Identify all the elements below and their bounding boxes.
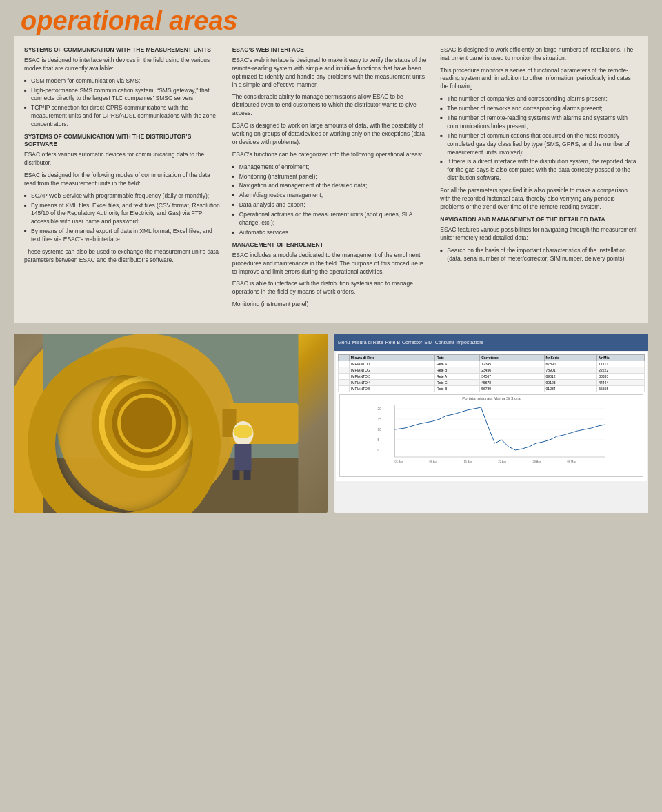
title-section: operational areas [0,0,662,36]
table-cell: 78901 [544,367,597,374]
table-cell: 89012 [544,374,597,380]
column-3: ESAC is designed to work efficiently on … [440,46,638,313]
table-cell: Rete A [435,361,480,367]
table-row: IMPIANTO 3 Rete A 34567 89012 33333 [339,374,645,380]
list-item: If there is a direct interface with the … [440,158,638,183]
list-item: By means of XML files, Excel files, and … [24,202,222,227]
software-header: Menù Misura di Rete Rete B Corrector SIM… [334,334,648,351]
table-cell: 67890 [544,361,597,367]
software-image: Menù Misura di Rete Rete B Corrector SIM… [334,334,648,513]
table-header: Rete [435,355,480,361]
table-cell: IMPIANTO 1 [349,361,434,367]
col1-list1: GSM modem for communication via SMS; Hig… [24,77,222,129]
list-item: Data analysis and export; [232,201,430,210]
table-cell: Rete C [435,380,480,386]
table-row: IMPIANTO 2 Rete B 23456 78901 22222 [339,367,645,374]
col1-heading1: SYSTEMS OF COMMUNICATION WITH THE MEASUR… [24,46,222,54]
content-area: SYSTEMS OF COMMUNICATION WITH THE MEASUR… [14,36,648,323]
list-item: Automatic services. [232,229,430,237]
table-cell: 44444 [597,380,645,386]
col3-para2: This procedure monitors a series of func… [440,67,638,92]
svg-rect-8 [235,444,252,471]
col3-para4: ESAC features various possibilities for … [440,226,638,243]
svg-point-2 [57,334,237,513]
table-cell: 33333 [597,374,645,380]
svg-point-11 [234,425,253,438]
table-cell [339,367,350,374]
svg-rect-1 [43,458,299,513]
col3-list1: The number of companies and correspondin… [440,95,638,183]
table-cell: 45678 [480,380,544,386]
chart-area: Portata misurata Maina Si 3 ora 20 15 10… [339,394,643,477]
col1-para2: ESAC offers various automatic devices fo… [24,151,222,168]
software-menu-item: Corrector [402,340,422,345]
chart-title: Portata misurata Maina Si 3 ora [340,395,643,402]
software-menu-item: Consumi [435,340,454,345]
list-item: GSM modem for communication via SMS; [24,77,222,85]
table-header: Misura di Rete [349,355,434,361]
table-cell [339,374,350,380]
svg-text:15 Apr: 15 Apr [464,460,472,463]
page-wrapper: operational areas SYSTEMS OF COMMUNICATI… [0,0,662,523]
table-cell: 23456 [480,367,544,374]
column-2: ESAC’S WEB INTERFACE ESAC’s web interfac… [232,46,430,313]
svg-text:06 Mag: 06 Mag [568,460,576,463]
svg-text:22 Apr: 22 Apr [499,460,507,463]
svg-text:01 Apr: 01 Apr [395,460,403,463]
table-cell: 34567 [480,374,544,380]
table-cell [339,386,350,392]
svg-point-3 [92,368,202,478]
list-item: Navigation and management of the detaile… [232,182,430,190]
list-item: Alarm/diagnostics management; [232,192,430,200]
list-item: SOAP Web Service with programmable frequ… [24,192,222,201]
list-item: By means of the manual export of data in… [24,227,222,244]
images-section: Menù Misura di Rete Rete B Corrector SIM… [0,323,662,523]
table-cell: Rete B [435,367,480,374]
table-row: IMPIANTO 4 Rete C 45678 90123 44444 [339,380,645,386]
col3-para1: ESAC is designed to work efficiently on … [440,46,638,63]
list-item: The number of remote-reading systems wit… [440,114,638,131]
col2-para5: ESAC includes a module dedicated to the … [232,252,430,276]
col1-list2: SOAP Web Service with programmable frequ… [24,192,222,244]
col2-list1: Management of enrolment; Monitoring (ins… [232,163,430,237]
software-menu-item: Misura di Rete [352,340,383,345]
svg-text:15: 15 [378,417,382,421]
table-cell: 22222 [597,367,645,374]
svg-rect-9 [233,470,240,480]
svg-point-13 [119,396,174,451]
table-header [339,355,350,361]
table-header: Correttore [480,355,544,361]
col1-heading2: SYSTEMS OF COMMUNICATION WITH THE DISTRI… [24,133,222,148]
table-cell: 56789 [480,386,544,392]
col2-para6: ESAC is able to interface with the distr… [232,280,430,296]
table-cell: IMPIANTO 5 [349,386,434,392]
table-cell [339,380,350,386]
col1-para4: These systems can also be used to exchan… [24,248,222,265]
list-item: The number of communications that occurr… [440,132,638,157]
col1-para1: ESAC is designed to interface with devic… [24,57,222,73]
col3-para3: For all the parameters specified it is a… [440,187,638,212]
list-item: Monitoring (instrument panel); [232,173,430,181]
svg-point-12 [102,378,192,468]
table-cell: IMPIANTO 4 [349,380,434,386]
software-menu-item: SIM [424,340,432,345]
table-row: IMPIANTO 5 Rete B 56789 01234 55555 [339,386,645,392]
software-menu-item: Rete B [385,340,400,345]
col2-para2: The considerable ability to manage permi… [232,93,430,118]
table-cell: Rete B [435,386,480,392]
svg-text:29 Apr: 29 Apr [533,460,541,463]
table-cell: Rete A [435,374,480,380]
table-cell: 11111 [597,361,645,367]
table-cell: 55555 [597,386,645,392]
col3-heading1: NAVIGATION AND MANAGEMENT OF THE DETAILE… [440,216,638,223]
table-cell: 01234 [544,386,597,392]
chart-svg: 20 15 10 5 0 01 Apr 08 A [340,402,643,464]
svg-text:08 Apr: 08 Apr [430,460,438,463]
software-content: Misura di Rete Rete Correttore Nr Serie … [336,352,647,481]
table-header: Nr Mis. [597,355,645,361]
list-item: The number of companies and correspondin… [440,95,638,103]
svg-text:20: 20 [378,407,382,411]
list-item: TCP/IP connection for direct GPRS commun… [24,104,222,129]
col2-heading2: MANAGEMENT OF ENROLMENT [232,241,430,249]
svg-text:5: 5 [378,438,380,442]
